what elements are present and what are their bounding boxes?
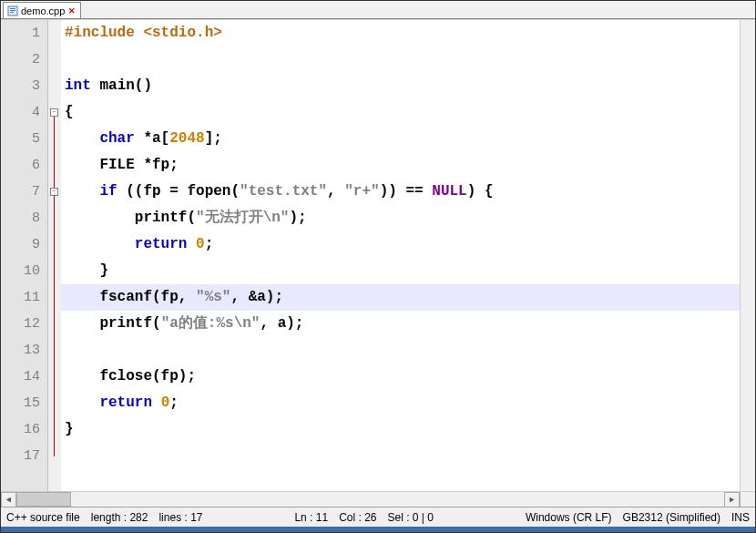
code-line[interactable]: if ((fp = fopen("test.txt", "r+")) == NU… [61,179,740,205]
fold-toggle-icon[interactable]: − [50,188,58,196]
code-line[interactable]: int main() [61,73,740,99]
code-line[interactable]: return 0; [61,231,740,258]
line-number: 14 [1,364,40,390]
code-line[interactable]: #include <stdio.h> [61,20,740,46]
code-line[interactable]: { [61,99,740,126]
code-line[interactable]: printf("a的值:%s\n", a); [61,311,740,337]
svg-rect-3 [10,12,14,13]
fold-toggle-icon[interactable]: − [50,108,58,117]
code-line[interactable]: } [61,258,740,284]
scroll-track[interactable] [71,492,724,507]
code-line[interactable]: printf("无法打开\n"); [61,205,740,231]
code-line[interactable]: char *a[2048]; [61,126,740,152]
status-ln: Ln : 11 [289,511,333,524]
status-eol: Windows (CR LF) [520,511,618,524]
line-number: 9 [1,231,40,258]
scroll-thumb[interactable] [16,492,71,507]
line-number: 6 [1,152,40,179]
code-line[interactable] [61,443,740,469]
code-line[interactable]: } [61,416,740,443]
line-number: 12 [1,311,40,337]
code-line[interactable]: fclose(fp); [61,364,740,390]
line-number: 4 [1,99,40,126]
window-border-bottom [1,527,755,532]
status-bar: C++ source file length : 282 lines : 17 … [1,507,755,527]
line-number: 5 [1,126,40,152]
line-number: 17 [1,443,40,469]
code-line[interactable]: FILE *fp; [61,152,740,179]
line-number: 8 [1,205,40,231]
tab-filename: demo.cpp [21,5,65,16]
svg-rect-2 [10,10,15,11]
line-number: 1 [1,20,40,46]
fold-column: −− [48,20,61,491]
line-number: 7 [1,179,40,205]
status-lang: C++ source file [1,511,86,524]
line-number: 13 [1,337,40,364]
status-col: Col : 26 [333,511,382,524]
scroll-right-arrow-icon[interactable]: ► [724,492,740,507]
horizontal-scrollbar[interactable]: ◄ ► [1,491,755,507]
close-icon[interactable]: ✕ [67,6,77,15]
status-mode: INS [726,511,755,524]
line-number: 11 [1,284,40,311]
code-line[interactable]: return 0; [61,390,740,416]
svg-rect-1 [10,8,15,9]
tab-bar: demo.cpp ✕ [1,1,755,19]
line-number: 15 [1,390,40,416]
line-number: 16 [1,416,40,443]
code-line[interactable] [61,337,740,364]
line-number: 3 [1,73,40,99]
file-tab[interactable]: demo.cpp ✕ [3,2,81,18]
vertical-scrollbar[interactable] [740,20,755,491]
file-icon [7,5,18,16]
scroll-corner [740,492,755,507]
status-encoding: GB2312 (Simplified) [618,511,726,524]
code-line[interactable] [61,46,740,73]
editor: 1234567891011121314151617 −− #include <s… [1,19,755,491]
line-number: 2 [1,46,40,73]
line-number: 10 [1,258,40,284]
code-line[interactable]: fscanf(fp, "%s", &a); [61,284,740,311]
scroll-left-arrow-icon[interactable]: ◄ [1,492,16,507]
line-number-gutter: 1234567891011121314151617 [1,20,48,491]
code-area[interactable]: #include <stdio.h>int main(){ char *a[20… [61,20,740,491]
status-lines: lines : 17 [153,511,208,524]
status-sel: Sel : 0 | 0 [383,511,440,524]
status-length: length : 282 [86,511,154,524]
